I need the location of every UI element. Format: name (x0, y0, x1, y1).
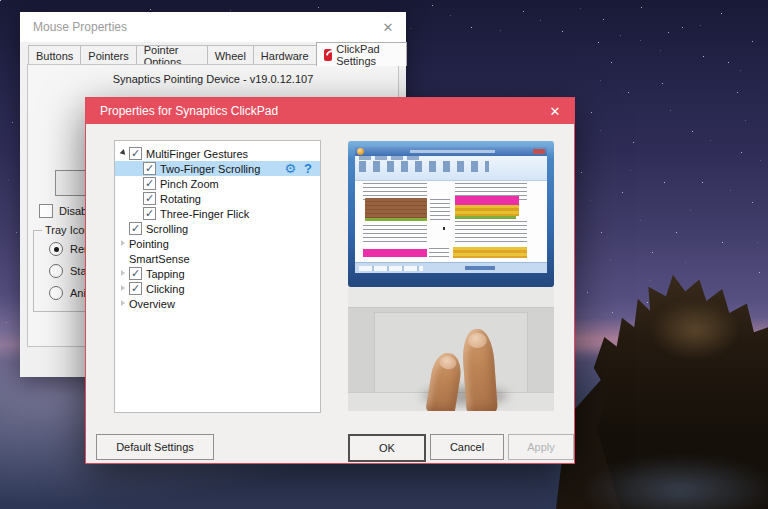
cell-text (430, 199, 450, 221)
tab-label: Wheel (215, 50, 246, 62)
radio-dot (54, 247, 59, 252)
tree-item-label: Tapping (146, 268, 185, 280)
tab-pointer-options[interactable]: Pointer Options (136, 45, 208, 66)
check-icon: ✓ (131, 268, 140, 278)
monitor-illustration (348, 141, 554, 287)
tree-item-label: Clicking (146, 283, 185, 295)
tree-item-label: Scrolling (146, 223, 188, 235)
gesture-preview-pane (348, 141, 554, 411)
tree-item-rotating[interactable]: ✓Rotating (115, 191, 320, 206)
tree-item-two-finger-scrolling[interactable]: ✓Two-Finger Scrolling⚙? (115, 161, 320, 176)
tab-wheel[interactable]: Wheel (207, 45, 254, 66)
tab-label: Pointers (88, 50, 128, 62)
clickpad-dialog-titlebar[interactable]: Properties for Synaptics ClickPad ✕ (86, 98, 574, 124)
tree-item-label: Rotating (160, 193, 201, 205)
check-icon: ✓ (131, 283, 140, 293)
tree-item-clicking[interactable]: ✓Clicking (115, 281, 320, 296)
check-icon: ✓ (145, 163, 154, 173)
disable-checkbox[interactable] (39, 204, 53, 218)
radio-icon[interactable] (49, 264, 63, 278)
radio-selected-icon[interactable] (49, 242, 63, 256)
expander-collapsed-icon[interactable] (118, 298, 129, 309)
expander-spacer (132, 178, 143, 189)
mouse-properties-tabs: ButtonsPointersPointer OptionsWheelHardw… (28, 45, 406, 66)
close-icon[interactable]: ✕ (544, 102, 566, 120)
checkbox-checked[interactable]: ✓ (143, 162, 156, 175)
highlighted-rows-pink (455, 196, 519, 205)
tree-item-label: Pointing (129, 238, 169, 250)
ok-button[interactable]: OK (348, 434, 426, 462)
cell-text (363, 225, 427, 245)
gear-icon[interactable]: ⚙ (284, 163, 296, 175)
expander-spacer (132, 208, 143, 219)
rock-highlight (650, 300, 740, 360)
cell-text (455, 221, 527, 243)
tree-item-pointing[interactable]: Pointing (115, 236, 320, 251)
tree-item-tapping[interactable]: ✓Tapping (115, 266, 320, 281)
tab-buttons[interactable]: Buttons (28, 45, 81, 66)
tab-label: Buttons (36, 50, 73, 62)
checkbox-checked[interactable]: ✓ (129, 267, 142, 280)
expander-spacer (132, 163, 143, 174)
expander-spacer (118, 253, 129, 264)
sheet-area (355, 181, 547, 263)
checkbox-checked[interactable]: ✓ (129, 222, 142, 235)
checkbox-checked[interactable]: ✓ (129, 282, 142, 295)
mouse-cursor-dot (443, 227, 445, 230)
sheet-tabs-statusbar (355, 262, 547, 273)
tab-pointers[interactable]: Pointers (80, 45, 136, 66)
tree-item-label: MultiFinger Gestures (146, 148, 248, 160)
help-icon[interactable]: ? (304, 161, 312, 176)
tree-item-scrolling[interactable]: ✓Scrolling (115, 221, 320, 236)
tree-item-label: SmartSense (129, 253, 190, 265)
highlighted-rows-orange-bottom (453, 247, 527, 258)
device-version-label: Synaptics Pointing Device - v19.0.12.107 (28, 73, 398, 85)
tab-label: ClickPad Settings (336, 43, 399, 67)
expander-expanded-icon[interactable] (118, 148, 129, 159)
gesture-tree: ✓MultiFinger Gestures✓Two-Finger Scrolli… (114, 140, 321, 413)
tab-clickpad-settings[interactable]: ClickPad Settings (316, 42, 407, 66)
tree-item-multifinger-gestures[interactable]: ✓MultiFinger Gestures (115, 146, 320, 161)
expander-collapsed-icon[interactable] (118, 283, 129, 294)
tree-item-overview[interactable]: Overview (115, 296, 320, 311)
checkbox-checked[interactable]: ✓ (143, 207, 156, 220)
expander-collapsed-icon[interactable] (118, 268, 129, 279)
highlighted-row-green (365, 218, 427, 221)
fingernail (467, 332, 487, 348)
tab-label: Hardware (261, 50, 309, 62)
highlighted-row-green-2 (455, 216, 516, 219)
app-close-icon (533, 149, 545, 154)
expander-collapsed-icon[interactable] (118, 238, 129, 249)
clickpad-properties-dialog: Properties for Synaptics ClickPad ✕ ✓Mul… (85, 97, 575, 464)
tab-hardware[interactable]: Hardware (253, 45, 317, 66)
tree-item-pinch-zoom[interactable]: ✓Pinch Zoom (115, 176, 320, 191)
default-settings-button[interactable]: Default Settings (96, 434, 214, 460)
mouse-properties-titlebar[interactable]: Mouse Properties ✕ (20, 12, 406, 42)
expander-spacer (132, 193, 143, 204)
checkbox-checked[interactable]: ✓ (143, 192, 156, 205)
window-title: Mouse Properties (33, 20, 127, 34)
checkbox-checked[interactable]: ✓ (129, 147, 142, 160)
check-icon: ✓ (145, 193, 154, 203)
ribbon-toolbar (355, 156, 547, 181)
check-icon: ✓ (145, 208, 154, 218)
fingernail (438, 355, 457, 370)
highlighted-rows-brown (365, 198, 427, 218)
tree-item-three-finger-flick[interactable]: ✓Three-Finger Flick (115, 206, 320, 221)
tree-item-label: Two-Finger Scrolling (160, 163, 260, 175)
close-icon[interactable]: ✕ (379, 19, 397, 35)
tree-item-smartsense[interactable]: SmartSense (115, 251, 320, 266)
stars-layer-faint (0, 0, 1, 1)
highlighted-row-pink-bottom (363, 249, 427, 257)
expander-spacer (118, 223, 129, 234)
tree-item-label: Pinch Zoom (160, 178, 219, 190)
check-icon: ✓ (131, 223, 140, 233)
synaptics-logo-icon (324, 49, 333, 61)
apply-button[interactable]: Apply (508, 434, 574, 460)
app-titlebar (355, 147, 547, 156)
cancel-button[interactable]: Cancel (430, 434, 504, 460)
radio-icon[interactable] (49, 286, 63, 300)
checkbox-checked[interactable]: ✓ (143, 177, 156, 190)
laptop-hinge (348, 287, 554, 308)
tree-item-label: Overview (129, 298, 175, 310)
